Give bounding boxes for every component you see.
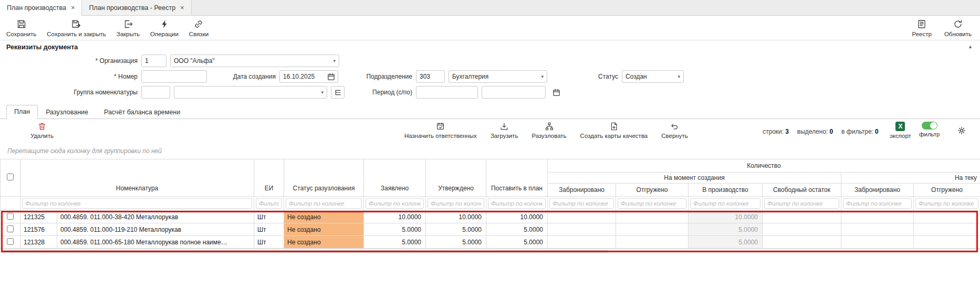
cell-reserved-current xyxy=(841,211,914,223)
column-header-approved[interactable]: Утверждено xyxy=(426,159,486,197)
toolbar-right-group: Реестр Обновить xyxy=(900,19,972,37)
column-header-shipped-created[interactable]: Отгружено xyxy=(616,184,689,197)
horizontal-scrollbar[interactable] xyxy=(0,249,980,253)
toggle-knob xyxy=(930,122,937,129)
filter-input-unit[interactable] xyxy=(256,198,282,209)
cell-free-balance xyxy=(763,211,841,223)
creation-date-input[interactable]: 16.10.2025 xyxy=(279,70,338,83)
collapse-section-icon[interactable]: ▲ xyxy=(968,44,973,49)
cell-nomenclature: 000.4859. 011.000-65-180 Металлорукав по… xyxy=(57,236,254,249)
organization-code-input[interactable] xyxy=(141,55,166,67)
filter-toggle-button[interactable]: фильтр xyxy=(919,122,940,137)
create-quality-cards-button[interactable]: Создать карты качества xyxy=(580,122,648,139)
column-header-nomenclature[interactable]: Номенклатура xyxy=(20,159,254,197)
filter-input-shipped-current[interactable] xyxy=(915,198,978,209)
filter-input-reserved-current[interactable] xyxy=(843,198,912,209)
tab-plan-proizvodstva[interactable]: План производства × xyxy=(0,0,82,16)
division-code-input[interactable] xyxy=(416,70,445,83)
table-row[interactable]: 121328 000.4859. 011.000-65-180 Металлор… xyxy=(1,236,980,249)
filter-toggle[interactable] xyxy=(922,122,937,130)
row-checkbox[interactable] xyxy=(7,225,14,232)
button-label: Создать карты качества xyxy=(580,133,648,139)
select-value: Бухгалтерия xyxy=(452,73,488,80)
filter-input-unbundle-status[interactable] xyxy=(286,198,362,209)
column-header-to-plan[interactable]: Поставить в план xyxy=(486,159,548,197)
division-select[interactable]: Бухгалтерия ▾ xyxy=(449,70,547,83)
filter-input-shipped-created[interactable] xyxy=(618,198,686,209)
filtered-counter: в фильтре:0 xyxy=(841,128,878,135)
export-excel-button[interactable]: X экспорт xyxy=(890,122,911,139)
column-header-unbundle-status[interactable]: Статус разузлования xyxy=(284,159,364,197)
cell-shipped-current xyxy=(914,211,980,223)
period-to-input[interactable] xyxy=(482,86,546,99)
group-header-at-current: На теку xyxy=(841,173,980,184)
scrollbar-thumb[interactable] xyxy=(1,250,609,253)
column-header-reserved-created[interactable]: Забронировано xyxy=(548,184,616,197)
cell-to-plan: 5.0000 xyxy=(486,236,548,249)
close-button[interactable]: Закрыть xyxy=(117,19,140,37)
number-label: * Номер xyxy=(0,73,138,80)
grid-counters: строки:3 выделено:0 в фильтре:0 xyxy=(763,128,879,135)
unbundle-button[interactable]: Разузловать xyxy=(531,122,566,139)
load-button[interactable]: Загрузить xyxy=(491,122,518,139)
cell-shipped-created xyxy=(616,236,689,249)
select-all-checkbox[interactable] xyxy=(7,174,14,180)
filter-input-free-balance[interactable] xyxy=(764,198,839,209)
filter-input-reserved-created[interactable] xyxy=(549,198,614,209)
filter-input-nomenclature[interactable] xyxy=(22,198,252,209)
nomenclature-group-select[interactable]: ▾ xyxy=(174,86,327,99)
form-row-2: * Номер Дата создания 16.10.2025 Подразд… xyxy=(0,69,980,84)
grid-toolbar: Удалить Назначить ответственных Загрузит… xyxy=(0,119,980,145)
column-header-unit[interactable]: ЕИ xyxy=(254,159,284,197)
organization-select[interactable]: ООО "Альфа" ▾ xyxy=(170,55,339,67)
row-checkbox[interactable] xyxy=(7,213,14,220)
filter-input-approved[interactable] xyxy=(428,198,484,209)
close-icon[interactable]: × xyxy=(180,4,184,11)
tab-razuzlovanie[interactable]: Разузлование xyxy=(38,105,96,119)
main-toolbar: Сохранить Сохранить и закрыть Закрыть Оп… xyxy=(0,16,980,40)
plan-grid: Номенклатура ЕИ Статус разузлования Заяв… xyxy=(0,159,980,253)
collapse-rows-button[interactable]: Свернуть xyxy=(661,122,687,139)
nomenclature-group-code-input[interactable] xyxy=(141,86,170,99)
status-select[interactable]: Создан ▾ xyxy=(622,70,684,83)
section-title-text: Реквизиты документа xyxy=(6,44,78,51)
cell-in-production: 10.0000 xyxy=(689,211,763,223)
links-button[interactable]: Связки xyxy=(189,19,208,37)
close-doc-icon xyxy=(123,19,133,29)
column-header-in-production[interactable]: В производство xyxy=(689,184,763,197)
column-header-reserved-current[interactable]: Забронировано xyxy=(841,184,914,197)
save-and-close-button[interactable]: Сохранить и закрыть xyxy=(47,19,106,37)
table-row[interactable]: 121325 000.4859. 011.000-38-420 Металлор… xyxy=(1,211,980,223)
grid-settings-button[interactable] xyxy=(957,126,966,135)
close-icon[interactable]: × xyxy=(71,4,75,11)
filter-input-in-production[interactable] xyxy=(690,198,760,209)
assign-responsible-button[interactable]: Назначить ответственных xyxy=(404,122,477,139)
period-from-input[interactable] xyxy=(416,86,478,99)
tab-raschet-balansa[interactable]: Расчёт баланса времени xyxy=(96,105,188,119)
table-row[interactable]: 121576 000.4859. 011.000-119-210 Металло… xyxy=(1,223,980,236)
calendar-icon[interactable] xyxy=(327,73,335,81)
refresh-button[interactable]: Обновить xyxy=(944,19,972,37)
column-header-shipped-current[interactable]: Отгружено xyxy=(914,184,980,197)
cell-shipped-created xyxy=(616,223,689,236)
column-header-declared[interactable]: Заявлено xyxy=(364,159,426,197)
delete-button[interactable]: Удалить xyxy=(30,122,54,139)
tab-plan-proizvodstva-reestr[interactable]: План производства - Реестр × xyxy=(82,0,191,16)
period-calendar-button[interactable] xyxy=(549,86,563,99)
button-label: Удалить xyxy=(30,133,54,139)
filter-input-to-plan[interactable] xyxy=(488,198,546,209)
cell-id: 121576 xyxy=(20,223,57,236)
excel-export-icon: X xyxy=(895,122,905,131)
row-select-cell xyxy=(1,236,20,249)
filter-input-declared[interactable] xyxy=(366,198,424,209)
save-icon xyxy=(16,19,27,29)
operations-button[interactable]: Операции xyxy=(150,19,179,37)
cell-id: 121325 xyxy=(20,211,57,223)
registry-button[interactable]: Реестр xyxy=(912,19,932,37)
save-button[interactable]: Сохранить xyxy=(6,19,36,37)
select-value: ООО "Альфа" xyxy=(174,57,215,64)
tab-plan[interactable]: План xyxy=(6,105,38,119)
column-header-free-balance[interactable]: Свободный остаток xyxy=(763,184,841,197)
row-checkbox[interactable] xyxy=(7,238,14,245)
number-input[interactable] xyxy=(141,70,207,83)
